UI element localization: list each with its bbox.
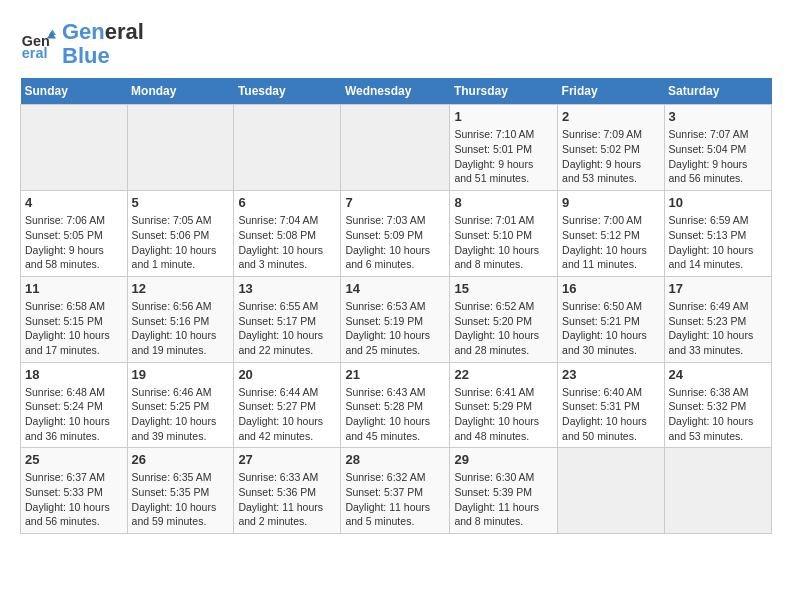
day-info: Sunrise: 7:07 AM Sunset: 5:04 PM Dayligh… (669, 127, 767, 186)
day-info: Sunrise: 6:48 AM Sunset: 5:24 PM Dayligh… (25, 385, 123, 444)
calendar-day-cell: 18Sunrise: 6:48 AM Sunset: 5:24 PM Dayli… (21, 362, 128, 448)
day-info: Sunrise: 6:40 AM Sunset: 5:31 PM Dayligh… (562, 385, 659, 444)
day-info: Sunrise: 7:00 AM Sunset: 5:12 PM Dayligh… (562, 213, 659, 272)
weekday-header-friday: Friday (558, 78, 664, 105)
calendar-day-cell: 7Sunrise: 7:03 AM Sunset: 5:09 PM Daylig… (341, 191, 450, 277)
day-number: 13 (238, 281, 336, 296)
calendar-day-cell: 12Sunrise: 6:56 AM Sunset: 5:16 PM Dayli… (127, 276, 234, 362)
day-number: 19 (132, 367, 230, 382)
calendar-day-cell: 1Sunrise: 7:10 AM Sunset: 5:01 PM Daylig… (450, 105, 558, 191)
calendar-day-cell: 5Sunrise: 7:05 AM Sunset: 5:06 PM Daylig… (127, 191, 234, 277)
calendar-day-cell: 14Sunrise: 6:53 AM Sunset: 5:19 PM Dayli… (341, 276, 450, 362)
calendar-day-cell: 3Sunrise: 7:07 AM Sunset: 5:04 PM Daylig… (664, 105, 771, 191)
calendar-day-cell: 2Sunrise: 7:09 AM Sunset: 5:02 PM Daylig… (558, 105, 664, 191)
day-number: 14 (345, 281, 445, 296)
day-info: Sunrise: 6:35 AM Sunset: 5:35 PM Dayligh… (132, 470, 230, 529)
calendar-day-cell (558, 448, 664, 534)
day-info: Sunrise: 6:43 AM Sunset: 5:28 PM Dayligh… (345, 385, 445, 444)
calendar-day-cell: 21Sunrise: 6:43 AM Sunset: 5:28 PM Dayli… (341, 362, 450, 448)
calendar-day-cell (21, 105, 128, 191)
day-info: Sunrise: 6:49 AM Sunset: 5:23 PM Dayligh… (669, 299, 767, 358)
calendar-week-row: 18Sunrise: 6:48 AM Sunset: 5:24 PM Dayli… (21, 362, 772, 448)
calendar-day-cell: 10Sunrise: 6:59 AM Sunset: 5:13 PM Dayli… (664, 191, 771, 277)
calendar-week-row: 4Sunrise: 7:06 AM Sunset: 5:05 PM Daylig… (21, 191, 772, 277)
day-number: 18 (25, 367, 123, 382)
calendar-day-cell: 15Sunrise: 6:52 AM Sunset: 5:20 PM Dayli… (450, 276, 558, 362)
day-info: Sunrise: 6:41 AM Sunset: 5:29 PM Dayligh… (454, 385, 553, 444)
calendar-day-cell: 23Sunrise: 6:40 AM Sunset: 5:31 PM Dayli… (558, 362, 664, 448)
day-info: Sunrise: 6:59 AM Sunset: 5:13 PM Dayligh… (669, 213, 767, 272)
logo-icon: Gen eral (20, 26, 56, 62)
day-number: 16 (562, 281, 659, 296)
calendar-day-cell: 11Sunrise: 6:58 AM Sunset: 5:15 PM Dayli… (21, 276, 128, 362)
weekday-header-wednesday: Wednesday (341, 78, 450, 105)
calendar-day-cell: 26Sunrise: 6:35 AM Sunset: 5:35 PM Dayli… (127, 448, 234, 534)
day-number: 9 (562, 195, 659, 210)
day-number: 26 (132, 452, 230, 467)
day-info: Sunrise: 6:58 AM Sunset: 5:15 PM Dayligh… (25, 299, 123, 358)
logo-text: GeneralBlue (62, 20, 144, 68)
weekday-header-monday: Monday (127, 78, 234, 105)
day-number: 11 (25, 281, 123, 296)
day-number: 10 (669, 195, 767, 210)
day-number: 3 (669, 109, 767, 124)
calendar-day-cell: 24Sunrise: 6:38 AM Sunset: 5:32 PM Dayli… (664, 362, 771, 448)
day-number: 8 (454, 195, 553, 210)
day-number: 22 (454, 367, 553, 382)
day-info: Sunrise: 7:03 AM Sunset: 5:09 PM Dayligh… (345, 213, 445, 272)
day-info: Sunrise: 6:52 AM Sunset: 5:20 PM Dayligh… (454, 299, 553, 358)
day-info: Sunrise: 6:32 AM Sunset: 5:37 PM Dayligh… (345, 470, 445, 529)
weekday-header-thursday: Thursday (450, 78, 558, 105)
day-info: Sunrise: 6:56 AM Sunset: 5:16 PM Dayligh… (132, 299, 230, 358)
weekday-header-tuesday: Tuesday (234, 78, 341, 105)
day-info: Sunrise: 6:46 AM Sunset: 5:25 PM Dayligh… (132, 385, 230, 444)
day-info: Sunrise: 6:50 AM Sunset: 5:21 PM Dayligh… (562, 299, 659, 358)
day-number: 5 (132, 195, 230, 210)
day-number: 28 (345, 452, 445, 467)
calendar-day-cell (664, 448, 771, 534)
calendar-day-cell: 16Sunrise: 6:50 AM Sunset: 5:21 PM Dayli… (558, 276, 664, 362)
weekday-header-sunday: Sunday (21, 78, 128, 105)
day-number: 7 (345, 195, 445, 210)
calendar-day-cell: 17Sunrise: 6:49 AM Sunset: 5:23 PM Dayli… (664, 276, 771, 362)
day-info: Sunrise: 6:53 AM Sunset: 5:19 PM Dayligh… (345, 299, 445, 358)
day-number: 4 (25, 195, 123, 210)
day-number: 25 (25, 452, 123, 467)
day-number: 1 (454, 109, 553, 124)
day-info: Sunrise: 6:44 AM Sunset: 5:27 PM Dayligh… (238, 385, 336, 444)
day-number: 20 (238, 367, 336, 382)
day-number: 6 (238, 195, 336, 210)
day-info: Sunrise: 7:10 AM Sunset: 5:01 PM Dayligh… (454, 127, 553, 186)
calendar-day-cell: 27Sunrise: 6:33 AM Sunset: 5:36 PM Dayli… (234, 448, 341, 534)
calendar-day-cell: 22Sunrise: 6:41 AM Sunset: 5:29 PM Dayli… (450, 362, 558, 448)
logo: Gen eral GeneralBlue (20, 20, 144, 68)
day-info: Sunrise: 7:05 AM Sunset: 5:06 PM Dayligh… (132, 213, 230, 272)
day-number: 29 (454, 452, 553, 467)
calendar-day-cell: 4Sunrise: 7:06 AM Sunset: 5:05 PM Daylig… (21, 191, 128, 277)
header: Gen eral GeneralBlue (20, 20, 772, 68)
day-number: 2 (562, 109, 659, 124)
calendar-day-cell: 25Sunrise: 6:37 AM Sunset: 5:33 PM Dayli… (21, 448, 128, 534)
calendar-day-cell: 13Sunrise: 6:55 AM Sunset: 5:17 PM Dayli… (234, 276, 341, 362)
day-info: Sunrise: 7:06 AM Sunset: 5:05 PM Dayligh… (25, 213, 123, 272)
day-info: Sunrise: 6:55 AM Sunset: 5:17 PM Dayligh… (238, 299, 336, 358)
calendar-day-cell (127, 105, 234, 191)
calendar-day-cell: 19Sunrise: 6:46 AM Sunset: 5:25 PM Dayli… (127, 362, 234, 448)
day-info: Sunrise: 6:37 AM Sunset: 5:33 PM Dayligh… (25, 470, 123, 529)
day-info: Sunrise: 6:38 AM Sunset: 5:32 PM Dayligh… (669, 385, 767, 444)
calendar-week-row: 11Sunrise: 6:58 AM Sunset: 5:15 PM Dayli… (21, 276, 772, 362)
day-number: 27 (238, 452, 336, 467)
calendar-day-cell: 6Sunrise: 7:04 AM Sunset: 5:08 PM Daylig… (234, 191, 341, 277)
calendar-day-cell: 28Sunrise: 6:32 AM Sunset: 5:37 PM Dayli… (341, 448, 450, 534)
calendar-day-cell (341, 105, 450, 191)
day-number: 24 (669, 367, 767, 382)
day-info: Sunrise: 7:09 AM Sunset: 5:02 PM Dayligh… (562, 127, 659, 186)
svg-text:eral: eral (22, 46, 48, 62)
calendar-day-cell: 8Sunrise: 7:01 AM Sunset: 5:10 PM Daylig… (450, 191, 558, 277)
calendar-week-row: 1Sunrise: 7:10 AM Sunset: 5:01 PM Daylig… (21, 105, 772, 191)
day-info: Sunrise: 7:04 AM Sunset: 5:08 PM Dayligh… (238, 213, 336, 272)
weekday-header-row: SundayMondayTuesdayWednesdayThursdayFrid… (21, 78, 772, 105)
day-number: 15 (454, 281, 553, 296)
calendar-table: SundayMondayTuesdayWednesdayThursdayFrid… (20, 78, 772, 534)
calendar-day-cell: 20Sunrise: 6:44 AM Sunset: 5:27 PM Dayli… (234, 362, 341, 448)
